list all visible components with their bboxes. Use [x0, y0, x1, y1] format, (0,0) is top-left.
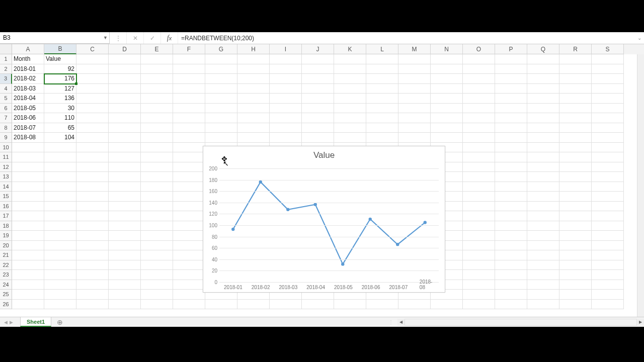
row-header[interactable]: 20 — [0, 241, 12, 251]
cell[interactable] — [463, 241, 495, 251]
cell[interactable]: 2018-06 — [12, 113, 44, 123]
cell[interactable] — [527, 260, 559, 270]
cell[interactable] — [334, 133, 366, 143]
cell[interactable] — [592, 300, 624, 310]
cell[interactable] — [12, 260, 44, 270]
row-header[interactable]: 15 — [0, 192, 12, 202]
cell[interactable] — [173, 241, 205, 251]
cell[interactable] — [495, 231, 527, 241]
cell[interactable] — [527, 231, 559, 241]
column-header[interactable]: H — [237, 44, 270, 54]
cell[interactable] — [173, 123, 205, 133]
cell[interactable] — [527, 64, 559, 74]
cell[interactable] — [495, 221, 527, 231]
cell[interactable] — [44, 290, 76, 300]
cell[interactable] — [44, 270, 76, 280]
cell[interactable] — [592, 192, 624, 202]
cell[interactable] — [559, 64, 592, 74]
row-header[interactable]: 4 — [0, 84, 12, 94]
cell[interactable] — [495, 123, 527, 133]
cell[interactable] — [173, 74, 205, 84]
cell[interactable] — [109, 152, 141, 162]
cell[interactable] — [76, 133, 109, 143]
cell[interactable]: 2018-07 — [12, 123, 44, 133]
cell[interactable] — [592, 202, 624, 212]
column-header[interactable]: S — [592, 44, 624, 54]
cell[interactable] — [12, 182, 44, 192]
cell[interactable] — [463, 64, 495, 74]
cell[interactable] — [109, 133, 141, 143]
cell[interactable]: 136 — [44, 94, 76, 104]
row-header[interactable]: 18 — [0, 221, 12, 231]
cell[interactable] — [173, 202, 205, 212]
cell[interactable] — [334, 54, 366, 64]
cell[interactable]: Month — [12, 54, 44, 64]
cell[interactable] — [527, 113, 559, 123]
cell[interactable] — [302, 113, 334, 123]
cell[interactable] — [173, 162, 205, 172]
cell[interactable] — [527, 84, 559, 94]
row-header[interactable]: 13 — [0, 172, 12, 182]
cell[interactable] — [334, 300, 366, 310]
cell[interactable] — [76, 290, 109, 300]
cell[interactable] — [463, 250, 495, 260]
cell[interactable] — [334, 104, 366, 114]
cell[interactable] — [173, 192, 205, 202]
cell[interactable] — [44, 250, 76, 260]
cell[interactable] — [495, 290, 527, 300]
cell[interactable]: 2018-08 — [12, 133, 44, 143]
cell[interactable] — [463, 202, 495, 212]
cell[interactable] — [270, 113, 302, 123]
cell[interactable] — [527, 211, 559, 221]
row-header[interactable]: 10 — [0, 143, 12, 153]
column-header[interactable]: M — [398, 44, 431, 54]
cell[interactable] — [76, 113, 109, 123]
cell[interactable] — [366, 64, 398, 74]
row-header[interactable]: 22 — [0, 260, 12, 270]
cell[interactable] — [398, 54, 431, 64]
cell[interactable] — [141, 221, 173, 231]
cell[interactable] — [173, 221, 205, 231]
cell[interactable] — [237, 300, 270, 310]
horizontal-scrollbar[interactable]: ◀ ▶ — [397, 319, 644, 326]
cell[interactable] — [237, 133, 270, 143]
cell[interactable] — [173, 250, 205, 260]
cell[interactable] — [44, 241, 76, 251]
cell[interactable] — [398, 300, 431, 310]
cell[interactable] — [237, 84, 270, 94]
cell[interactable] — [592, 211, 624, 221]
cell[interactable] — [463, 192, 495, 202]
cell[interactable] — [463, 152, 495, 162]
cell[interactable] — [334, 84, 366, 94]
cell[interactable] — [109, 280, 141, 290]
cell[interactable] — [76, 280, 109, 290]
cell[interactable] — [559, 270, 592, 280]
row-header[interactable]: 17 — [0, 211, 12, 221]
cell[interactable] — [334, 123, 366, 133]
cell[interactable] — [76, 241, 109, 251]
cell[interactable] — [109, 202, 141, 212]
cell[interactable] — [44, 162, 76, 172]
hscroll-track[interactable] — [405, 319, 637, 326]
cell[interactable] — [592, 231, 624, 241]
cell[interactable] — [592, 113, 624, 123]
cell[interactable] — [173, 143, 205, 153]
cell[interactable] — [205, 74, 237, 84]
cell[interactable] — [431, 113, 463, 123]
cell[interactable] — [431, 64, 463, 74]
row-header[interactable]: 23 — [0, 270, 12, 280]
cell[interactable] — [302, 54, 334, 64]
cell[interactable] — [44, 221, 76, 231]
cell[interactable] — [173, 270, 205, 280]
cell[interactable] — [559, 250, 592, 260]
cell[interactable] — [44, 280, 76, 290]
cell[interactable] — [173, 54, 205, 64]
cell[interactable] — [495, 74, 527, 84]
cell[interactable] — [109, 123, 141, 133]
cell[interactable] — [463, 231, 495, 241]
cell[interactable] — [463, 94, 495, 104]
cell[interactable] — [141, 270, 173, 280]
cell[interactable] — [173, 211, 205, 221]
cell[interactable] — [76, 260, 109, 270]
cell[interactable] — [44, 172, 76, 182]
